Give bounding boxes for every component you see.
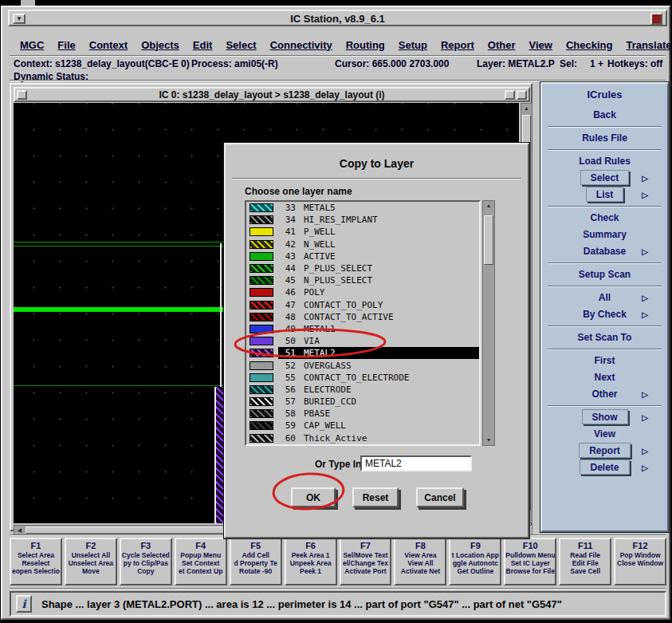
palette-item-view[interactable]: View (542, 426, 667, 443)
menu-item-setup[interactable]: Setup (399, 39, 427, 51)
palette-item-next[interactable]: Next (542, 369, 667, 386)
palette-item-back[interactable]: Back (542, 107, 667, 124)
menu-item-checking[interactable]: Checking (566, 39, 613, 51)
menu-item-connectivity[interactable]: Connectivity (270, 39, 332, 51)
fkey-f3[interactable]: F3Cycle Selectedpy to Clip/PasCopy (120, 538, 172, 586)
menu-item-file[interactable]: File (57, 39, 75, 51)
palette-item-list[interactable]: List▷ (542, 187, 667, 203)
palette-item-select[interactable]: Select▷ (542, 170, 667, 187)
window-menu-icon[interactable]: ▼ (13, 14, 26, 24)
fkey-label: F12 (615, 541, 665, 551)
palette-item-database[interactable]: Database▷ (542, 243, 667, 260)
layer-swatch (250, 215, 273, 224)
menu-item-translate[interactable]: Translate (626, 39, 671, 51)
palette-item-load-rules[interactable]: Load Rules (542, 153, 667, 170)
menu-item-objects[interactable]: Objects (141, 39, 179, 51)
layout-window-titlebar[interactable]: IC 0: s1238_delay_layout > s1238_delay_l… (14, 87, 530, 102)
layer-row-overglass[interactable]: 52OVERGLASS (246, 359, 479, 371)
layer-name: N_WELL (304, 239, 336, 250)
layout-window-menu-icon[interactable] (17, 90, 27, 100)
fkey-f10[interactable]: F10Pulldown MenuSet IC LayerBrowse for F… (504, 538, 556, 586)
layer-row-hi_res_implant[interactable]: 34HI_RES_IMPLANT (246, 214, 479, 226)
palette-item-delete[interactable]: Delete▷ (542, 459, 667, 476)
fkey-bar: F1Select AreaReselecteopen SelectioF2Uns… (10, 538, 666, 586)
layout-window-minimize-icon[interactable] (505, 90, 515, 100)
layer-name: METAL5 (304, 203, 336, 213)
menu-item-mgc[interactable]: MGC (20, 39, 44, 51)
layer-name: POLY (304, 287, 325, 298)
fkey-f6[interactable]: F6Peek Area 1Unpeek AreaPeek 1 (285, 538, 337, 586)
layer-number: 50 (278, 336, 296, 346)
fkey-f4[interactable]: F4Popup MenuSet Contextet Context Up (175, 538, 227, 586)
cancel-button[interactable]: Cancel (416, 487, 464, 507)
palette-item-first[interactable]: First (542, 353, 667, 369)
menu-item-context[interactable]: Context (89, 39, 128, 51)
palette-item-show[interactable]: Show▷ (542, 409, 667, 426)
list-scroll-thumb[interactable] (484, 215, 493, 265)
fkey-f7[interactable]: F7Sel/Move Textel/Change TexActivate Por… (340, 538, 392, 586)
layer-row-via[interactable]: 50VIA (246, 335, 479, 347)
window-control-box[interactable] (650, 13, 662, 25)
palette-item-check[interactable]: Check (542, 210, 667, 227)
palette-item-all[interactable]: All▷ (542, 290, 667, 306)
list-scroll-down-icon[interactable]: ▼ (483, 436, 494, 445)
window-titlebar[interactable]: ▼ IC Station, v8.9_6.1 (8, 10, 667, 26)
layer-row-p_plus_select[interactable]: 44P_PLUS_SELECT (246, 262, 479, 274)
layer-name-input[interactable] (360, 455, 472, 471)
list-scroll-up-icon[interactable]: ▲ (483, 201, 494, 211)
layer-name: Thick_Active (304, 433, 367, 444)
layer-name: HI_RES_IMPLANT (304, 215, 378, 225)
layer-row-n_well[interactable]: 42N_WELL (246, 239, 479, 250)
menu-item-report[interactable]: Report (441, 39, 474, 51)
layer-row-contact_to_electrode[interactable]: 55CONTACT_TO_ELECTRODE (246, 372, 479, 384)
fkey-f8[interactable]: F8View AreaView AllActivate Net (394, 538, 446, 586)
layer-row-metal2[interactable]: 51METAL2 (246, 347, 479, 359)
palette-item-other[interactable]: Other▷ (542, 386, 667, 403)
ok-button[interactable]: OK (291, 487, 336, 507)
palette-item-by-check[interactable]: By Check▷ (542, 306, 667, 323)
layer-row-pbase[interactable]: 58PBASE (246, 408, 479, 420)
reset-button[interactable]: Reset (352, 487, 399, 507)
fkey-f12[interactable]: F12Pop WindowClose Window (614, 538, 666, 586)
layer-status: Layer: METAL2.P (477, 58, 555, 69)
layer-row-metal5[interactable]: 33METAL5 (246, 202, 479, 214)
hotkeys-status: Hotkeys: off (607, 58, 662, 69)
layer-row-electrode[interactable]: 56ELECTRODE (246, 384, 479, 396)
fkey-line: Read File (560, 551, 610, 559)
layer-row-n_plus_select[interactable]: 45N_PLUS_SELECT (246, 274, 479, 286)
layer-row-contact_to_active[interactable]: 48CONTACT_TO_ACTIVE (246, 311, 479, 323)
fkey-line: Pulldown Menu (505, 551, 555, 559)
submenu-arrow-icon: ▷ (642, 459, 648, 476)
menu-item-edit[interactable]: Edit (193, 39, 213, 51)
layer-row-cap_well[interactable]: 59CAP_WELL (246, 420, 479, 432)
palette-item-summary[interactable]: Summary (542, 227, 667, 243)
scroll-up-icon[interactable]: ▲ (521, 104, 532, 113)
layout-window-maximize-icon[interactable] (517, 90, 527, 100)
fkey-f11[interactable]: F11Read FileEdit FileSave Cell (559, 538, 611, 586)
layer-name: ELECTRODE (304, 384, 352, 395)
fkey-f9[interactable]: F9t Location Appggle AutonotcGet Outline (449, 538, 501, 586)
fkey-f2[interactable]: F2Unselect AllUnselect AreaMove (65, 538, 117, 586)
fkey-line: el/Change Tex (341, 559, 391, 567)
layer-list-scrollbar[interactable]: ▲ ▼ (482, 200, 495, 446)
fkey-line: Unpeek Area (286, 559, 336, 567)
menu-item-other[interactable]: Other (488, 39, 516, 51)
palette-item-rules-file[interactable]: Rules File (542, 130, 667, 147)
fkey-f1[interactable]: F1Select AreaReselecteopen Selectio (10, 538, 62, 586)
layer-row-thick_active[interactable]: 60Thick_Active (246, 432, 479, 444)
layer-row-contact_to_poly[interactable]: 47CONTACT_TO_POLY (246, 299, 479, 311)
menu-item-select[interactable]: Select (226, 39, 256, 51)
layer-name: METAL2 (304, 348, 336, 358)
fkey-f5[interactable]: F5Add Celld Property TeRotate -90 (230, 538, 282, 586)
layer-row-poly[interactable]: 46POLY (246, 286, 479, 298)
layer-row-active[interactable]: 43ACTIVE (246, 250, 479, 262)
layer-row-buried_ccd[interactable]: 57BURIED_CCD (246, 396, 479, 408)
menu-item-routing[interactable]: Routing (346, 39, 385, 51)
palette-item-report[interactable]: Report▷ (542, 443, 667, 459)
layer-number: 42 (278, 239, 296, 250)
info-icon: i (16, 595, 32, 613)
layer-row-metal1[interactable]: 49METAL1 (246, 323, 479, 335)
layer-name: METAL1 (304, 324, 336, 334)
menu-item-view[interactable]: View (529, 39, 552, 51)
layer-row-p_well[interactable]: 41P_WELL (246, 226, 479, 238)
